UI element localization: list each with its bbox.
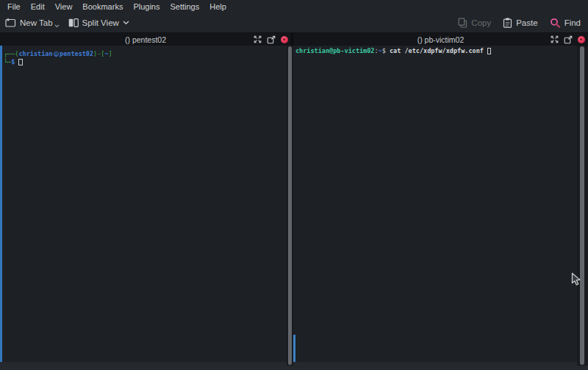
menu-settings[interactable]: Settings (165, 0, 204, 13)
scrolled-lines-indicator-right (293, 335, 295, 362)
copy-button[interactable]: Copy (458, 18, 491, 28)
paste-button[interactable]: Paste (503, 18, 537, 28)
terminal-pentest02[interactable]: ┌──(christian@pentest02)-[~] └─$ (0, 46, 287, 362)
pane-title-pentest02: () pentest02 (0, 33, 291, 46)
scrollbar-thumb[interactable] (288, 46, 292, 365)
terminal-cursor (487, 48, 492, 55)
menu-view[interactable]: View (50, 0, 78, 13)
scrolled-lines-indicator-left (0, 46, 2, 362)
find-button[interactable]: Find (550, 18, 581, 28)
new-tab-icon (5, 18, 16, 27)
close-pane-button[interactable] (281, 36, 288, 43)
pane-header-row: () pentest02 () pb-victim02 (0, 33, 588, 46)
prompt-line: christian@pb-victim02:~$ cat /etc/xdpfw/… (295, 47, 577, 55)
terminal-area: ┌──(christian@pentest02)-[~] └─$ christi… (0, 46, 588, 362)
split-view-button[interactable]: Split View (68, 18, 129, 27)
circled-at-glyph: @ (54, 51, 60, 57)
split-view-label: Split View (82, 18, 119, 27)
scrollbar-track-left-pane[interactable] (287, 46, 293, 366)
toolbar-right-group: Copy Paste Find (458, 18, 581, 28)
find-label: Find (564, 18, 581, 27)
menu-bar: File Edit View Bookmarks Plugins Setting… (0, 0, 588, 13)
menu-help[interactable]: Help (204, 0, 232, 13)
mouse-cursor (571, 272, 581, 289)
command-text: cat /etc/xdpfw/xdpfw.conf (386, 47, 484, 54)
new-tab-button[interactable]: New Tab (5, 18, 60, 27)
menu-bookmarks[interactable]: Bookmarks (77, 0, 128, 13)
find-icon (550, 18, 561, 28)
menu-edit[interactable]: Edit (26, 0, 50, 13)
split-view-icon (68, 18, 79, 27)
menu-plugins[interactable]: Plugins (128, 0, 165, 13)
detach-pane-icon[interactable] (564, 35, 573, 44)
chevron-down-icon (123, 21, 129, 25)
prompt-line-2: └─$ (4, 58, 287, 66)
paste-icon (503, 18, 512, 28)
new-tab-label: New Tab (20, 18, 53, 27)
pane-title-pb-victim02: () pb-victim02 (293, 33, 588, 46)
toolbar: New Tab Split View Copy (0, 13, 588, 33)
maximize-pane-icon[interactable] (254, 35, 262, 43)
copy-label: Copy (471, 18, 491, 27)
paste-label: Paste (516, 18, 537, 27)
scrollbar-thumb[interactable] (580, 46, 584, 365)
pane-header-pb-victim02: () pb-victim02 (293, 33, 588, 46)
menu-file[interactable]: File (2, 0, 26, 13)
prompt-line-1: ┌──(christian@pentest02)-[~] (4, 50, 287, 58)
new-tab-dropdown-icon[interactable] (54, 21, 60, 29)
maximize-pane-icon[interactable] (551, 35, 559, 43)
copy-icon (458, 18, 467, 28)
window-bottom-strip (0, 362, 588, 370)
detach-pane-icon[interactable] (267, 35, 276, 44)
terminal-pb-victim02[interactable]: christian@pb-victim02:~$ cat /etc/xdpfw/… (293, 46, 577, 362)
scrollbar-track-right-pane[interactable] (577, 46, 588, 366)
close-pane-button[interactable] (578, 36, 585, 43)
pane-header-pentest02: () pentest02 (0, 33, 291, 46)
terminal-cursor (18, 59, 23, 66)
